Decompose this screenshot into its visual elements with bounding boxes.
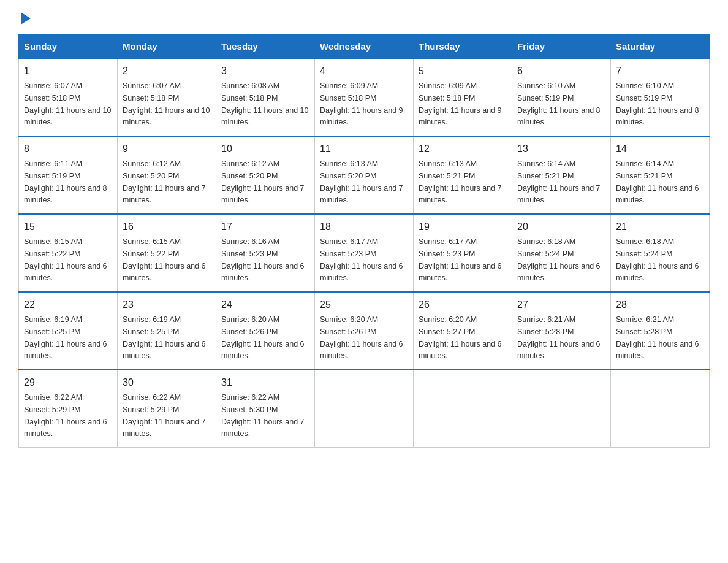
logo [18,12,31,22]
calendar-cell: 16 Sunrise: 6:15 AMSunset: 5:22 PMDaylig… [118,214,216,292]
calendar-cell: 23 Sunrise: 6:19 AMSunset: 5:25 PMDaylig… [118,292,216,370]
logo-arrow-icon [21,12,31,25]
day-info: Sunrise: 6:19 AMSunset: 5:25 PMDaylight:… [123,315,206,360]
page-header [18,12,710,22]
day-info: Sunrise: 6:21 AMSunset: 5:28 PMDaylight:… [616,315,699,360]
calendar-cell: 27 Sunrise: 6:21 AMSunset: 5:28 PMDaylig… [512,292,611,370]
day-number: 16 [123,220,211,234]
calendar-cell: 11 Sunrise: 6:13 AMSunset: 5:20 PMDaylig… [315,136,414,214]
calendar-cell: 29 Sunrise: 6:22 AMSunset: 5:29 PMDaylig… [19,370,118,448]
calendar-week-row: 1 Sunrise: 6:07 AMSunset: 5:18 PMDayligh… [19,58,710,136]
header-cell-thursday: Thursday [414,35,512,59]
calendar-cell: 25 Sunrise: 6:20 AMSunset: 5:26 PMDaylig… [315,292,414,370]
calendar-header: SundayMondayTuesdayWednesdayThursdayFrid… [19,35,710,59]
calendar-cell: 22 Sunrise: 6:19 AMSunset: 5:25 PMDaylig… [19,292,118,370]
day-number: 2 [123,64,211,79]
day-number: 30 [123,375,211,390]
day-info: Sunrise: 6:11 AMSunset: 5:19 PMDaylight:… [24,159,107,204]
day-info: Sunrise: 6:19 AMSunset: 5:25 PMDaylight:… [24,315,107,360]
calendar-cell [611,370,710,448]
day-number: 14 [616,142,704,156]
day-info: Sunrise: 6:20 AMSunset: 5:26 PMDaylight:… [221,315,305,360]
calendar-cell: 1 Sunrise: 6:07 AMSunset: 5:18 PMDayligh… [19,58,118,136]
header-cell-monday: Monday [118,35,216,59]
logo-image [18,12,31,25]
day-info: Sunrise: 6:07 AMSunset: 5:18 PMDaylight:… [123,82,210,126]
calendar-cell: 2 Sunrise: 6:07 AMSunset: 5:18 PMDayligh… [118,58,216,136]
day-info: Sunrise: 6:16 AMSunset: 5:23 PMDaylight:… [221,237,305,282]
calendar-week-row: 15 Sunrise: 6:15 AMSunset: 5:22 PMDaylig… [19,214,710,292]
day-info: Sunrise: 6:17 AMSunset: 5:23 PMDaylight:… [419,237,502,282]
day-number: 6 [517,64,605,79]
calendar-cell: 28 Sunrise: 6:21 AMSunset: 5:28 PMDaylig… [611,292,710,370]
calendar-cell: 4 Sunrise: 6:09 AMSunset: 5:18 PMDayligh… [315,58,414,136]
calendar-cell: 30 Sunrise: 6:22 AMSunset: 5:29 PMDaylig… [118,370,216,448]
calendar-week-row: 22 Sunrise: 6:19 AMSunset: 5:25 PMDaylig… [19,292,710,370]
day-number: 24 [221,297,309,312]
day-info: Sunrise: 6:07 AMSunset: 5:18 PMDaylight:… [24,82,111,126]
day-number: 8 [24,142,112,156]
day-number: 18 [320,220,408,234]
calendar-body: 1 Sunrise: 6:07 AMSunset: 5:18 PMDayligh… [19,58,710,448]
day-number: 1 [24,64,112,79]
calendar-cell: 26 Sunrise: 6:20 AMSunset: 5:27 PMDaylig… [414,292,512,370]
calendar-week-row: 8 Sunrise: 6:11 AMSunset: 5:19 PMDayligh… [19,136,710,214]
day-info: Sunrise: 6:12 AMSunset: 5:20 PMDaylight:… [221,159,305,204]
day-info: Sunrise: 6:09 AMSunset: 5:18 PMDaylight:… [320,82,403,126]
day-info: Sunrise: 6:22 AMSunset: 5:30 PMDaylight:… [221,393,305,438]
day-info: Sunrise: 6:13 AMSunset: 5:21 PMDaylight:… [419,159,502,204]
calendar-cell: 18 Sunrise: 6:17 AMSunset: 5:23 PMDaylig… [315,214,414,292]
day-number: 4 [320,64,408,79]
header-cell-tuesday: Tuesday [216,35,315,59]
calendar-cell: 15 Sunrise: 6:15 AMSunset: 5:22 PMDaylig… [19,214,118,292]
day-number: 29 [24,375,112,390]
day-number: 3 [221,64,309,79]
day-number: 19 [419,220,507,234]
day-number: 10 [221,142,309,156]
day-info: Sunrise: 6:13 AMSunset: 5:20 PMDaylight:… [320,159,403,204]
calendar-cell: 14 Sunrise: 6:14 AMSunset: 5:21 PMDaylig… [611,136,710,214]
day-number: 23 [123,297,211,312]
day-number: 21 [616,220,704,234]
header-row: SundayMondayTuesdayWednesdayThursdayFrid… [19,35,710,59]
day-number: 20 [517,220,605,234]
day-info: Sunrise: 6:18 AMSunset: 5:24 PMDaylight:… [517,237,601,282]
calendar-cell: 17 Sunrise: 6:16 AMSunset: 5:23 PMDaylig… [216,214,315,292]
header-cell-saturday: Saturday [611,35,710,59]
day-info: Sunrise: 6:18 AMSunset: 5:24 PMDaylight:… [616,237,699,282]
calendar-cell: 24 Sunrise: 6:20 AMSunset: 5:26 PMDaylig… [216,292,315,370]
day-info: Sunrise: 6:17 AMSunset: 5:23 PMDaylight:… [320,237,403,282]
day-info: Sunrise: 6:09 AMSunset: 5:18 PMDaylight:… [419,82,502,126]
day-number: 15 [24,220,112,234]
day-info: Sunrise: 6:22 AMSunset: 5:29 PMDaylight:… [24,393,107,438]
day-number: 28 [616,297,704,312]
day-info: Sunrise: 6:14 AMSunset: 5:21 PMDaylight:… [517,159,601,204]
calendar-week-row: 29 Sunrise: 6:22 AMSunset: 5:29 PMDaylig… [19,370,710,448]
day-number: 22 [24,297,112,312]
day-info: Sunrise: 6:15 AMSunset: 5:22 PMDaylight:… [24,237,107,282]
day-info: Sunrise: 6:08 AMSunset: 5:18 PMDaylight:… [221,82,308,126]
day-info: Sunrise: 6:20 AMSunset: 5:27 PMDaylight:… [419,315,502,360]
calendar-cell: 21 Sunrise: 6:18 AMSunset: 5:24 PMDaylig… [611,214,710,292]
calendar-table: SundayMondayTuesdayWednesdayThursdayFrid… [18,34,710,448]
day-number: 13 [517,142,605,156]
day-number: 9 [123,142,211,156]
calendar-cell: 13 Sunrise: 6:14 AMSunset: 5:21 PMDaylig… [512,136,611,214]
calendar-cell: 31 Sunrise: 6:22 AMSunset: 5:30 PMDaylig… [216,370,315,448]
calendar-cell: 19 Sunrise: 6:17 AMSunset: 5:23 PMDaylig… [414,214,512,292]
day-number: 31 [221,375,309,390]
day-number: 26 [419,297,507,312]
calendar-cell: 5 Sunrise: 6:09 AMSunset: 5:18 PMDayligh… [414,58,512,136]
day-info: Sunrise: 6:21 AMSunset: 5:28 PMDaylight:… [517,315,601,360]
calendar-cell [414,370,512,448]
day-info: Sunrise: 6:10 AMSunset: 5:19 PMDaylight:… [517,82,601,126]
header-cell-friday: Friday [512,35,611,59]
header-cell-wednesday: Wednesday [315,35,414,59]
day-info: Sunrise: 6:22 AMSunset: 5:29 PMDaylight:… [123,393,206,438]
calendar-cell: 3 Sunrise: 6:08 AMSunset: 5:18 PMDayligh… [216,58,315,136]
calendar-cell: 7 Sunrise: 6:10 AMSunset: 5:19 PMDayligh… [611,58,710,136]
calendar-cell: 6 Sunrise: 6:10 AMSunset: 5:19 PMDayligh… [512,58,611,136]
calendar-cell: 8 Sunrise: 6:11 AMSunset: 5:19 PMDayligh… [19,136,118,214]
day-number: 11 [320,142,408,156]
calendar-cell: 9 Sunrise: 6:12 AMSunset: 5:20 PMDayligh… [118,136,216,214]
